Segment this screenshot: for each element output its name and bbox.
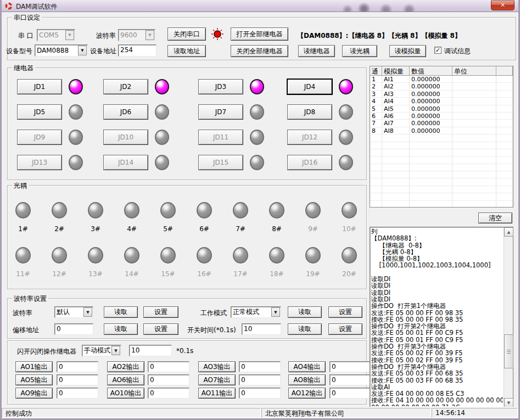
relay-button-JD12[interactable]: JD12 <box>287 130 332 145</box>
table-row[interactable]: 6AI60.000000 <box>370 113 513 120</box>
ao-input-AO6输出[interactable]: 0 <box>148 374 189 385</box>
port-combo[interactable]: COM5 ▼ <box>37 29 75 41</box>
table-row[interactable]: 2AI20.000000 <box>370 83 513 90</box>
table-row[interactable]: 4AI40.000000 <box>370 98 513 105</box>
table-row[interactable] <box>370 164 513 171</box>
ao-input-AO8输出[interactable]: 0 <box>329 374 371 385</box>
table-row[interactable] <box>370 193 513 200</box>
relay-button-JD10[interactable]: JD10 <box>103 130 148 145</box>
offset-address-input[interactable]: 0 <box>54 323 93 335</box>
relay-button-JD11[interactable]: JD11 <box>198 130 243 145</box>
table-row[interactable] <box>370 142 513 149</box>
ao-button-AO11输出[interactable]: AO11输出 <box>198 388 236 399</box>
table-row[interactable] <box>370 149 513 156</box>
debug-info-checkbox[interactable]: ✓ <box>434 47 441 54</box>
ao-input-AO7输出[interactable]: 0 <box>239 374 281 385</box>
model-combo[interactable]: DAM0888 ▼ <box>35 44 88 57</box>
work-mode-read-button[interactable]: 读取 <box>288 306 322 318</box>
offset-set-button[interactable]: 设置 <box>143 323 178 335</box>
analog-col-header[interactable] <box>496 66 513 76</box>
scroll-up-icon[interactable]: ▲ <box>504 227 513 237</box>
relay-button-JD9[interactable]: JD9 <box>17 130 62 145</box>
close-button[interactable]: ✕ <box>491 1 515 10</box>
relay-button-JD15[interactable]: JD15 <box>198 155 243 170</box>
switch-time-read-button[interactable]: 读取 <box>288 323 322 335</box>
ao-button-AO8输出[interactable]: AO8输出 <box>288 374 326 385</box>
relay-led-JD5 <box>69 104 83 120</box>
analog-col-header[interactable]: 模拟量 <box>382 66 410 76</box>
work-mode-set-button[interactable]: 设置 <box>328 306 362 318</box>
table-row[interactable] <box>370 186 513 193</box>
analog-col-header[interactable]: 通 <box>370 66 382 76</box>
relay-button-JD13[interactable]: JD13 <box>17 155 62 170</box>
flash-mode-combo[interactable]: 手动模式 ▼ <box>82 345 121 356</box>
table-row[interactable]: 1AI10.000000 <box>370 76 513 83</box>
ao-input-AO3输出[interactable]: 0 <box>239 361 281 372</box>
analog-col-header[interactable]: 数值 <box>410 66 452 76</box>
baud-setting-combo[interactable]: 默认 ▼ <box>54 306 93 318</box>
table-row[interactable] <box>370 135 513 142</box>
ao-button-AO12输出[interactable]: AO12输出 <box>288 388 326 399</box>
opto-label-2#: 2# <box>52 225 67 233</box>
ao-button-AO7输出[interactable]: AO7输出 <box>198 374 236 385</box>
relay-button-JD8[interactable]: JD8 <box>287 104 332 120</box>
flash-time-input[interactable]: 10 <box>129 345 172 356</box>
relay-button-JD4[interactable]: JD4 <box>287 79 332 94</box>
ao-input-AO1输出[interactable]: 0 <box>57 361 98 372</box>
close-port-button[interactable]: 关闭串口 <box>167 27 206 41</box>
analog-col-header[interactable]: 单位 <box>452 66 496 76</box>
ao-button-AO1输出[interactable]: AO1输出 <box>15 361 53 372</box>
ao-input-AO12输出[interactable]: 0 <box>329 388 371 399</box>
ao-input-AO10输出[interactable]: 0 <box>148 388 189 399</box>
ao-input-AO5输出[interactable]: 0 <box>57 374 98 385</box>
switch-time-set-button[interactable]: 设置 <box>328 323 362 335</box>
read-relays-button[interactable]: 读继电器 <box>298 45 335 57</box>
switch-time-input[interactable]: 10 <box>242 323 281 335</box>
work-mode-combo[interactable]: 正常模式 ▼ <box>231 306 281 318</box>
relay-button-JD3[interactable]: JD3 <box>198 79 243 94</box>
baudrate-combo[interactable]: 9600 ▼ <box>118 29 155 41</box>
read-address-button[interactable]: 读取地址 <box>167 45 206 57</box>
relay-button-JD7[interactable]: JD7 <box>198 104 243 120</box>
open-all-relays-button[interactable]: 打开全部继电器 <box>231 27 288 41</box>
relay-button-JD1[interactable]: JD1 <box>17 79 62 94</box>
clear-log-button[interactable]: 清空 <box>478 212 512 223</box>
read-opto-button[interactable]: 读光耦 <box>342 45 377 57</box>
relay-button-JD2[interactable]: JD2 <box>103 79 148 94</box>
ao-input-AO4输出[interactable]: 0 <box>329 361 371 372</box>
close-all-relays-button[interactable]: 关闭全部继电器 <box>231 45 288 57</box>
ao-button-AO10输出[interactable]: AO10输出 <box>107 388 144 399</box>
ao-input-AO2输出[interactable]: 0 <box>148 361 189 372</box>
flash-mode-combo-value: 手动模式 <box>82 346 111 355</box>
table-row[interactable] <box>370 156 513 164</box>
table-row[interactable] <box>370 171 513 178</box>
table-row[interactable]: 5AI50.000000 <box>370 105 513 113</box>
ao-button-AO2输出[interactable]: AO2输出 <box>107 361 144 372</box>
ao-input-AO11输出[interactable]: 0 <box>239 388 281 399</box>
ao-button-AO3输出[interactable]: AO3输出 <box>198 361 236 372</box>
table-row[interactable]: 3AI30.000000 <box>370 91 513 98</box>
ao-button-AO6输出[interactable]: AO6输出 <box>107 374 144 385</box>
read-analog-button[interactable]: 读模拟量 <box>389 45 426 57</box>
table-cell: 0.000000 <box>410 83 452 90</box>
relay-button-JD5[interactable]: JD5 <box>17 104 62 120</box>
log-scrollbar[interactable]: ▲ ▼ <box>504 227 513 407</box>
baud-read-button[interactable]: 读取 <box>104 306 138 318</box>
ao-button-AO9输出[interactable]: AO9输出 <box>15 388 53 399</box>
relay-button-JD6[interactable]: JD6 <box>103 104 148 120</box>
table-row[interactable]: 8AI80.000000 <box>370 127 513 135</box>
table-row[interactable] <box>370 201 513 208</box>
ao-button-AO4输出[interactable]: AO4输出 <box>288 361 326 372</box>
scroll-down-icon[interactable]: ▼ <box>504 398 513 407</box>
ao-button-AO5输出[interactable]: AO5输出 <box>15 374 53 385</box>
offset-read-button[interactable]: 读取 <box>104 323 138 335</box>
address-input[interactable]: 254 <box>118 44 156 57</box>
table-row[interactable] <box>370 178 513 186</box>
table-row[interactable]: 7AI70.000000 <box>370 120 513 127</box>
analog-input-table[interactable]: 通模拟量数值单位1AI10.0000002AI20.0000003AI30.00… <box>370 66 513 208</box>
ao-input-AO9输出[interactable]: 0 <box>57 388 98 399</box>
scrollbar-thumb[interactable] <box>504 334 513 368</box>
relay-button-JD16[interactable]: JD16 <box>287 155 332 170</box>
relay-button-JD14[interactable]: JD14 <box>103 155 148 170</box>
baud-set-button[interactable]: 设置 <box>143 306 178 318</box>
